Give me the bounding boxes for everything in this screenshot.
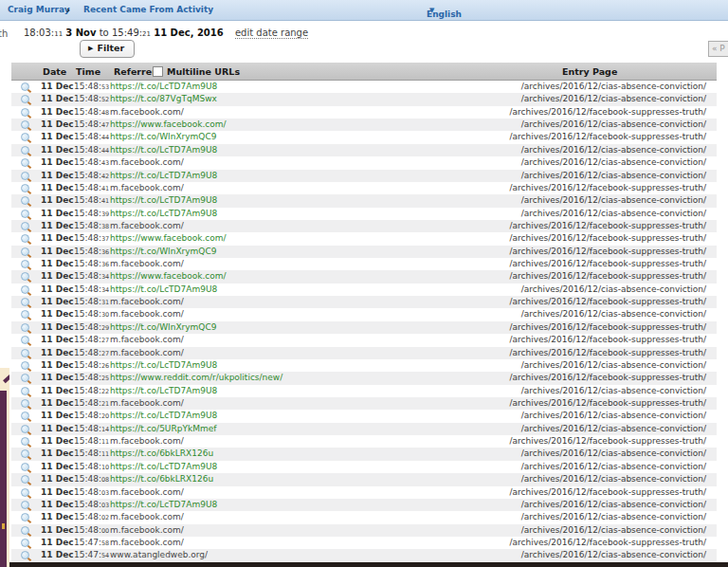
referrer-link[interactable]: m.facebook.com/ [110, 436, 184, 447]
magnifier-icon[interactable] [21, 323, 29, 332]
entry-page: /archives/2016/12/cias-absence-convictio… [521, 462, 706, 472]
magnifier-icon[interactable] [21, 310, 29, 319]
magnifier-icon[interactable] [21, 336, 29, 344]
magnifier-icon[interactable] [21, 501, 29, 509]
prev-page-button[interactable]: « P [708, 41, 728, 57]
row-date: 11 Dec [41, 119, 74, 130]
referrer-link[interactable]: m.facebook.com/ [110, 183, 184, 193]
referrer-link[interactable]: m.facebook.com/ [110, 107, 184, 118]
magnifier-icon[interactable] [21, 247, 29, 256]
breadcrumb-site-link[interactable]: Craig Murray [8, 5, 70, 14]
magnifier-icon[interactable] [21, 196, 29, 205]
magnifier-icon[interactable] [21, 298, 29, 306]
entry-page: /archives/2016/12/cias-absence-convictio… [521, 474, 706, 485]
table-row: 11 Dec15:47:58m.facebook.com//archives/2… [11, 537, 717, 549]
referrer-link[interactable]: https://t.co/LcTD7Am9U8 [110, 145, 217, 155]
magnifier-icon[interactable] [21, 158, 29, 167]
magnifier-icon[interactable] [21, 146, 29, 155]
magnifier-icon[interactable] [21, 412, 29, 420]
referrer-link[interactable]: https://www.facebook.com/ [110, 271, 227, 282]
multiline-urls-label[interactable]: Multiline URLs [167, 66, 240, 77]
referrer-link[interactable]: https://t.co/LcTD7Am9U8 [110, 360, 217, 371]
magnifier-icon[interactable] [21, 513, 29, 521]
referrer-link[interactable]: m.facebook.com/ [110, 348, 184, 358]
filter-button[interactable]: ▶Filter [80, 40, 135, 58]
row-date: 11 Dec [41, 538, 74, 548]
referrer-link[interactable]: https://t.co/LcTD7Am9U8 [110, 386, 217, 396]
referrer-link[interactable]: m.facebook.com/ [110, 221, 184, 231]
table-row: 11 Dec15:48:25https://www.reddit.com/r/u… [11, 372, 717, 384]
referrer-link[interactable]: https://t.co/WInXrymQC9 [110, 132, 216, 142]
language-selector[interactable]: English▼ [427, 5, 434, 14]
referrer-link[interactable]: https://t.co/LcTD7Am9U8 [110, 284, 217, 295]
referrer-link[interactable]: https://t.co/WInXrymQC9 [110, 322, 216, 333]
entry-page: /archives/2016/12/cias-absence-convictio… [521, 411, 706, 421]
referrer-link[interactable]: https://t.co/LcTD7Am9U8 [110, 500, 217, 510]
magnifier-icon[interactable] [21, 133, 29, 141]
referrer-link[interactable]: https://t.co/LcTD7Am9U8 [110, 171, 217, 181]
referrer-link[interactable]: https://www.facebook.com/ [110, 119, 227, 130]
referrer-link[interactable]: https://t.co/6bkLRX126u [110, 474, 213, 485]
table-row: 11 Dec15:48:11https://t.co/6bkLRX126u/ar… [11, 448, 717, 460]
table-row: 11 Dec15:48:22https://t.co/LcTD7Am9U8/ar… [11, 385, 717, 397]
magnifier-icon[interactable] [21, 172, 29, 180]
magnifier-icon[interactable] [21, 82, 29, 91]
magnifier-icon[interactable] [21, 210, 29, 218]
multiline-urls-checkbox[interactable] [153, 66, 163, 77]
referrer-link[interactable]: m.facebook.com/ [110, 297, 184, 307]
referrer-link[interactable]: m.facebook.com/ [110, 398, 184, 409]
magnifier-icon[interactable] [21, 260, 29, 268]
referrer-link[interactable]: m.facebook.com/ [110, 512, 184, 522]
magnifier-icon[interactable] [21, 539, 29, 547]
row-time-seconds: 27 [101, 337, 109, 344]
row-time-seconds: 54 [101, 552, 109, 559]
magnifier-icon[interactable] [21, 449, 29, 458]
magnifier-icon[interactable] [21, 95, 29, 103]
magnifier-icon[interactable] [21, 184, 29, 192]
referrer-link[interactable]: https://www.facebook.com/ [110, 233, 227, 244]
magnifier-icon[interactable] [21, 108, 29, 117]
magnifier-icon[interactable] [21, 120, 29, 129]
referrer-link[interactable]: m.facebook.com/ [110, 335, 184, 345]
magnifier-icon[interactable] [21, 399, 29, 408]
referrer-link[interactable]: https://t.co/5URpYkMmef [110, 424, 216, 434]
referrer-link[interactable]: https://www.reddit.com/r/ukpolitics/new/ [110, 373, 282, 383]
row-time: 15:48:34 [74, 284, 109, 296]
magnifier-icon[interactable] [21, 475, 29, 484]
referrer-link[interactable]: m.facebook.com/ [110, 525, 184, 536]
referrer-link[interactable]: m.facebook.com/ [110, 309, 184, 320]
referrer-link[interactable]: m.facebook.com/ [110, 157, 184, 168]
magnifier-icon[interactable] [21, 526, 29, 535]
row-time: 15:48:52 [74, 94, 109, 105]
magnifier-icon[interactable] [21, 463, 29, 471]
referrer-link[interactable]: https://t.co/WInXrymQC9 [110, 247, 216, 257]
row-time: 15:48:27 [74, 335, 109, 346]
referrer-link[interactable]: https://t.co/LcTD7Am9U8 [110, 82, 217, 92]
magnifier-icon[interactable] [21, 437, 29, 446]
magnifier-icon[interactable] [21, 488, 29, 497]
magnifier-icon[interactable] [21, 272, 29, 281]
magnifier-icon[interactable] [21, 285, 29, 294]
magnifier-icon[interactable] [21, 387, 29, 395]
referrer-link[interactable]: www.atangledweb.org/ [110, 550, 208, 560]
referrer-link[interactable]: https://t.co/87VgTqMSwx [110, 94, 217, 104]
magnifier-icon[interactable] [21, 349, 29, 357]
referrer-link[interactable]: m.facebook.com/ [110, 538, 184, 548]
referrer-link[interactable]: https://t.co/6bkLRX126u [110, 448, 213, 459]
entry-page: /archives/2016/12/facebook-suppresses-tr… [510, 335, 706, 345]
magnifier-icon[interactable] [21, 234, 29, 243]
referrer-link[interactable]: m.facebook.com/ [110, 487, 184, 498]
referrer-link[interactable]: https://t.co/LcTD7Am9U8 [110, 462, 217, 472]
referrer-link[interactable]: https://t.co/LcTD7Am9U8 [110, 411, 217, 421]
entry-page: /archives/2016/12/cias-absence-convictio… [521, 360, 706, 371]
magnifier-icon[interactable] [21, 361, 29, 370]
magnifier-icon[interactable] [21, 425, 29, 433]
referrer-link[interactable]: https://t.co/LcTD7Am9U8 [110, 195, 217, 206]
row-date: 11 Dec [41, 424, 74, 434]
magnifier-icon[interactable] [21, 222, 29, 230]
magnifier-icon[interactable] [21, 374, 29, 382]
referrer-link[interactable]: m.facebook.com/ [110, 259, 184, 269]
magnifier-icon[interactable] [21, 551, 29, 559]
referrer-link[interactable]: https://t.co/LcTD7Am9U8 [110, 209, 217, 219]
edit-date-range-link[interactable]: edit date range [235, 27, 308, 39]
